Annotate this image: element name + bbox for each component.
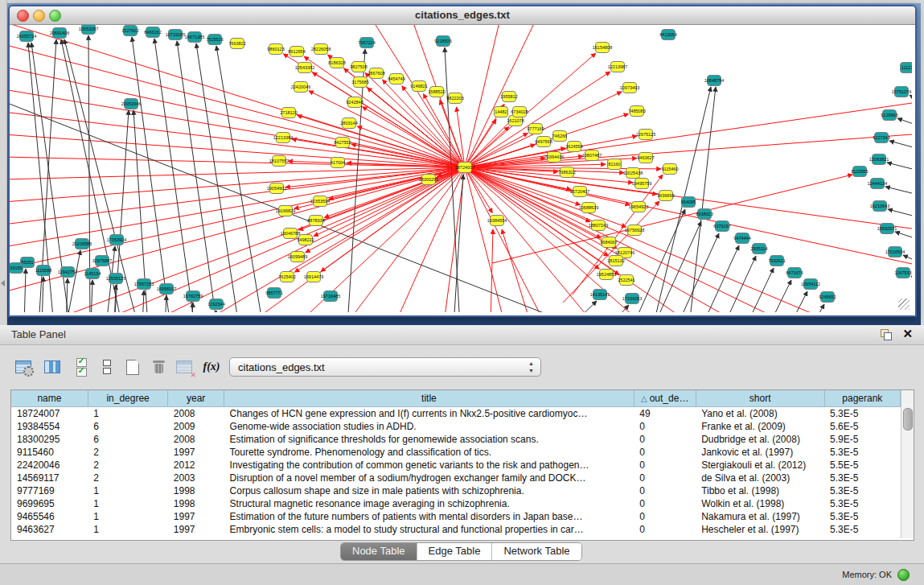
- table-cell[interactable]: 18300295: [11, 433, 88, 446]
- left-splitter[interactable]: [0, 0, 7, 328]
- graph-node[interactable]: 17334263: [622, 294, 642, 304]
- graph-node[interactable]: 964095: [681, 197, 696, 208]
- table-cell[interactable]: 2008: [168, 407, 224, 421]
- table-cell[interactable]: Genome-wide association studies in ADHD.: [224, 420, 634, 433]
- table-row[interactable]: 977716911998Corpus callosum shape and si…: [11, 484, 901, 497]
- table-cell[interactable]: Tibbo et al. (1998): [696, 484, 824, 497]
- graph-node[interactable]: 19654923: [629, 202, 648, 212]
- graph-node[interactable]: 1145194: [84, 269, 101, 279]
- graph-node[interactable]: 10973493: [620, 83, 639, 93]
- graph-node[interactable]: 2867608: [368, 68, 384, 79]
- table-cell[interactable]: Franke et al. (2009): [696, 420, 824, 433]
- graph-node[interactable]: 8466162: [144, 27, 161, 38]
- table-cell[interactable]: 0: [634, 484, 696, 497]
- table-cell[interactable]: 1997: [168, 446, 224, 459]
- table-cell[interactable]: 0: [634, 472, 696, 484]
- column-header-out_de[interactable]: △out_de…: [634, 390, 696, 407]
- graph-node[interactable]: 14136141: [590, 290, 610, 300]
- graph-node[interactable]: 8878334: [307, 216, 324, 226]
- table-cell[interactable]: Changes of HCN gene expression and I(f) …: [224, 407, 634, 421]
- table-cell[interactable]: 1: [88, 484, 167, 497]
- table-cell[interactable]: 1998: [168, 484, 224, 497]
- graph-node[interactable]: 1292344: [207, 299, 224, 310]
- graph-node[interactable]: 16154808: [593, 43, 612, 53]
- graph-node[interactable]: 19495759: [632, 179, 651, 189]
- graph-node[interactable]: 1527602: [121, 26, 138, 36]
- network-canvas[interactable]: 2405572420691406106532971527602846616210…: [10, 25, 912, 312]
- table-cell[interactable]: 18724007: [11, 407, 88, 421]
- window-titlebar[interactable]: citations_edges.txt: [10, 6, 915, 25]
- graph-node[interactable]: 7515526: [206, 35, 223, 45]
- graph-node[interactable]: 2522541: [618, 275, 634, 286]
- table-cell[interactable]: 5.6E-5: [824, 420, 900, 433]
- table-cell[interactable]: Tourette syndrome. Phenomenology and cla…: [224, 446, 634, 459]
- graph-node[interactable]: 12213382: [273, 133, 293, 143]
- table-row[interactable]: 969969511998Structural magnetic resonanc…: [11, 497, 901, 510]
- graph-node[interactable]: 15720407: [570, 187, 589, 197]
- graph-node[interactable]: 18724007: [455, 163, 474, 173]
- graph-node[interactable]: 15751074: [892, 87, 911, 97]
- graph-node[interactable]: 12353594: [310, 196, 330, 207]
- graph-node[interactable]: 15692971: [877, 224, 897, 234]
- column-header-name[interactable]: name: [11, 390, 88, 407]
- table-row[interactable]: 911546021997Tourette syndrome. Phenomeno…: [11, 446, 901, 459]
- table-scrollbar-thumb[interactable]: [903, 408, 913, 431]
- table-row[interactable]: 2242004622012Investigating the contribut…: [11, 459, 901, 472]
- graph-node[interactable]: 12444134: [868, 179, 887, 189]
- graph-node[interactable]: 1955812: [500, 92, 517, 102]
- table-row[interactable]: 1456911722003Disruption of a novel membe…: [11, 472, 901, 484]
- graph-node[interactable]: 7986322: [558, 167, 575, 178]
- graph-node[interactable]: 6734028: [511, 107, 528, 117]
- table-cell[interactable]: Estimation of the future numbers of pati…: [224, 510, 634, 523]
- table-cell[interactable]: 0: [634, 420, 696, 433]
- graph-node[interactable]: 9699695: [657, 191, 674, 201]
- graph-node[interactable]: 28226058: [311, 44, 331, 55]
- table-cell[interactable]: 49: [634, 407, 696, 421]
- graph-node[interactable]: 6497568: [535, 137, 552, 147]
- graph-node[interactable]: 32975887: [92, 256, 112, 266]
- graph-node[interactable]: 17016504: [885, 247, 905, 257]
- table-cell[interactable]: 5.3E-5: [824, 446, 900, 459]
- graph-node[interactable]: 82160: [608, 159, 622, 170]
- table-cell[interactable]: Hescheler et al. (1997): [696, 523, 824, 536]
- graph-node[interactable]: 9115460: [661, 164, 678, 175]
- graph-node[interactable]: 16782759: [183, 291, 203, 302]
- panel-collapse-arrow[interactable]: [1, 280, 5, 286]
- graph-node[interactable]: 12213987: [608, 62, 627, 72]
- graph-node[interactable]: 3175685: [351, 77, 368, 88]
- table-cell[interactable]: 1: [88, 497, 167, 510]
- graph-node[interactable]: 17353924: [107, 235, 126, 245]
- graph-node[interactable]: 10688639: [579, 203, 598, 213]
- graph-node[interactable]: 417004: [331, 158, 345, 168]
- graph-node[interactable]: 9146821: [410, 81, 427, 92]
- graph-node[interactable]: 39159: [10, 263, 23, 274]
- table-cell[interactable]: 1998: [168, 497, 224, 510]
- graph-node[interactable]: 17957253: [134, 279, 154, 290]
- table-cell[interactable]: 6: [88, 433, 167, 446]
- table-cell[interactable]: 1: [88, 523, 167, 536]
- graph-node[interactable]: 19756928: [625, 225, 644, 236]
- graph-node[interactable]: 14482: [495, 107, 508, 117]
- table-cell[interactable]: 5.3E-5: [824, 472, 900, 484]
- table-row[interactable]: 946362711997Embryonic stem cells: a mode…: [11, 523, 901, 536]
- table-cell[interactable]: 2003: [168, 472, 224, 484]
- graph-node[interactable]: 19524851: [597, 270, 616, 280]
- table-selector-dropdown[interactable]: citations_edges.txt ▲▼: [229, 357, 541, 377]
- graph-node[interactable]: 1588520: [428, 87, 445, 97]
- graph-node[interactable]: 14671385: [185, 32, 204, 43]
- graph-node[interactable]: 3624554: [565, 142, 582, 152]
- graph-node[interactable]: 8912954: [288, 47, 305, 57]
- table-cell[interactable]: 2: [88, 459, 167, 472]
- network-graph[interactable]: 2405572420691406106532971527602846616210…: [10, 25, 912, 312]
- column-visibility-button[interactable]: [42, 356, 63, 377]
- table-cell[interactable]: 5.9E-5: [824, 433, 900, 446]
- graph-node[interactable]: 7932621: [768, 256, 785, 266]
- table-cell[interactable]: 5.5E-5: [824, 459, 900, 472]
- table-cell[interactable]: 9463627: [11, 523, 88, 536]
- table-cell[interactable]: Yano et al. (2008): [696, 407, 824, 421]
- table-cell[interactable]: Structural magnetic resonance image aver…: [224, 497, 634, 510]
- graph-node[interactable]: 16848794: [704, 76, 724, 86]
- tab-network-table[interactable]: Network Table: [492, 543, 581, 560]
- graph-node[interactable]: 746266: [552, 131, 567, 142]
- graph-node[interactable]: 18107557: [269, 156, 289, 167]
